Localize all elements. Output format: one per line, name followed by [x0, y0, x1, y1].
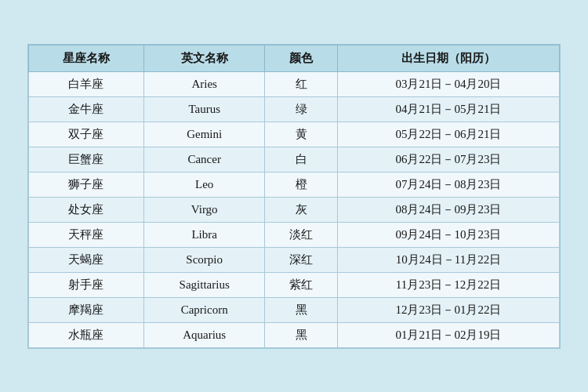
cell-color: 深红	[265, 247, 338, 272]
table-row: 巨蟹座Cancer白06月22日－07月23日	[29, 147, 560, 172]
table-row: 处女座Virgo灰08月24日－09月23日	[29, 197, 560, 222]
cell-english-name: Gemini	[143, 122, 265, 147]
cell-english-name: Taurus	[143, 96, 265, 122]
table-row: 双子座Gemini黄05月22日－06月21日	[29, 122, 560, 147]
cell-dates: 12月23日－01月22日	[337, 297, 559, 322]
header-chinese-name: 星座名称	[29, 45, 144, 71]
cell-color: 灰	[265, 197, 338, 222]
zodiac-table-container: 星座名称 英文名称 颜色 出生日期（阳历） 白羊座Aries红03月21日－04…	[27, 44, 561, 349]
cell-color: 橙	[265, 172, 338, 197]
cell-color: 黑	[265, 322, 338, 347]
cell-dates: 04月21日－05月21日	[337, 96, 559, 122]
cell-english-name: Aquarius	[143, 322, 265, 347]
cell-dates: 07月24日－08月23日	[337, 172, 559, 197]
cell-chinese-name: 天秤座	[29, 222, 144, 247]
cell-english-name: Scorpio	[143, 247, 265, 272]
cell-chinese-name: 摩羯座	[29, 297, 144, 322]
cell-color: 黄	[265, 122, 338, 147]
cell-english-name: Virgo	[143, 197, 265, 222]
table-row: 天秤座Libra淡红09月24日－10月23日	[29, 222, 560, 247]
cell-color: 紫红	[265, 272, 338, 297]
cell-english-name: Cancer	[143, 147, 265, 172]
cell-dates: 09月24日－10月23日	[337, 222, 559, 247]
cell-chinese-name: 狮子座	[29, 172, 144, 197]
cell-color: 红	[265, 71, 338, 96]
cell-english-name: Capricorn	[143, 297, 265, 322]
cell-chinese-name: 处女座	[29, 197, 144, 222]
header-english-name: 英文名称	[143, 45, 265, 71]
cell-english-name: Aries	[143, 71, 265, 96]
cell-color: 绿	[265, 96, 338, 122]
header-color: 颜色	[265, 45, 338, 71]
cell-chinese-name: 金牛座	[29, 96, 144, 122]
cell-dates: 06月22日－07月23日	[337, 147, 559, 172]
table-row: 射手座Sagittarius紫红11月23日－12月22日	[29, 272, 560, 297]
cell-chinese-name: 巨蟹座	[29, 147, 144, 172]
cell-english-name: Libra	[143, 222, 265, 247]
cell-color: 淡红	[265, 222, 338, 247]
cell-dates: 08月24日－09月23日	[337, 197, 559, 222]
table-row: 水瓶座Aquarius黑01月21日－02月19日	[29, 322, 560, 347]
cell-dates: 11月23日－12月22日	[337, 272, 559, 297]
table-row: 金牛座Taurus绿04月21日－05月21日	[29, 96, 560, 122]
cell-dates: 10月24日－11月22日	[337, 247, 559, 272]
zodiac-table: 星座名称 英文名称 颜色 出生日期（阳历） 白羊座Aries红03月21日－04…	[28, 45, 560, 348]
table-row: 狮子座Leo橙07月24日－08月23日	[29, 172, 560, 197]
cell-dates: 05月22日－06月21日	[337, 122, 559, 147]
cell-color: 白	[265, 147, 338, 172]
cell-chinese-name: 射手座	[29, 272, 144, 297]
cell-english-name: Leo	[143, 172, 265, 197]
table-row: 摩羯座Capricorn黑12月23日－01月22日	[29, 297, 560, 322]
cell-color: 黑	[265, 297, 338, 322]
cell-chinese-name: 白羊座	[29, 71, 144, 96]
table-row: 白羊座Aries红03月21日－04月20日	[29, 71, 560, 96]
table-header-row: 星座名称 英文名称 颜色 出生日期（阳历）	[29, 45, 560, 71]
table-body: 白羊座Aries红03月21日－04月20日金牛座Taurus绿04月21日－0…	[29, 71, 560, 347]
cell-english-name: Sagittarius	[143, 272, 265, 297]
header-dates: 出生日期（阳历）	[337, 45, 559, 71]
cell-dates: 01月21日－02月19日	[337, 322, 559, 347]
cell-chinese-name: 双子座	[29, 122, 144, 147]
cell-chinese-name: 天蝎座	[29, 247, 144, 272]
table-row: 天蝎座Scorpio深红10月24日－11月22日	[29, 247, 560, 272]
cell-chinese-name: 水瓶座	[29, 322, 144, 347]
cell-dates: 03月21日－04月20日	[337, 71, 559, 96]
